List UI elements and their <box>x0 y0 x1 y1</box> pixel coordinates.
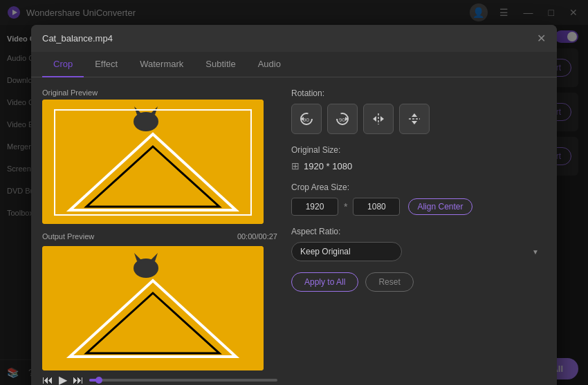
original-size-value: 1920 * 1080 <box>304 161 352 171</box>
tab-subtitle[interactable]: Subtitle <box>194 52 246 77</box>
svg-point-19 <box>134 259 158 278</box>
rotate-right-btn[interactable]: 90 <box>327 104 358 134</box>
select-arrow-icon: ▼ <box>532 248 539 256</box>
original-size-group: Original Size: ⊞ 1920 * 1080 <box>291 145 546 171</box>
playback-controls: ⏮ ▶ ⏭ <box>42 370 277 385</box>
aspect-ratio-group: Aspect Ratio: Keep Original 16:9 4:3 1:1… <box>291 227 546 261</box>
original-preview-label: Original Preview <box>42 88 277 97</box>
modal-body: Original Preview <box>31 77 557 385</box>
modal-header: Cat_balance.mp4 ✕ <box>31 25 557 52</box>
apply-to-all-button[interactable]: Apply to All <box>291 272 358 292</box>
aspect-ratio-wrapper: Keep Original 16:9 4:3 1:1 9:16 ▼ <box>291 242 546 261</box>
modal-close-button[interactable]: ✕ <box>537 32 546 45</box>
original-size-label: Original Size: <box>291 145 546 155</box>
controls-section: Rotation: 90 90 <box>291 88 546 385</box>
rotation-label: Rotation: <box>291 88 546 98</box>
original-preview-box <box>42 100 264 224</box>
tab-audio[interactable]: Audio <box>247 52 292 77</box>
progress-thumb <box>95 377 102 384</box>
output-preview-container: Output Preview 00:00/00:27 <box>42 232 277 385</box>
skip-forward-btn[interactable]: ⏭ <box>73 374 84 386</box>
flip-vertical-btn[interactable] <box>399 104 430 134</box>
rotation-buttons: 90 90 <box>291 104 546 134</box>
tab-effect[interactable]: Effect <box>84 52 129 77</box>
output-time: 00:00/00:27 <box>237 232 277 241</box>
align-center-button[interactable]: Align Center <box>408 198 472 215</box>
size-display: ⊞ 1920 * 1080 <box>291 160 546 171</box>
size-icon: ⊞ <box>291 160 300 171</box>
rotation-group: Rotation: 90 90 <box>291 88 546 134</box>
svg-text:90: 90 <box>339 117 345 123</box>
svg-text:90: 90 <box>303 117 309 123</box>
flip-horizontal-btn[interactable] <box>363 104 394 134</box>
modal-title: Cat_balance.mp4 <box>42 33 113 44</box>
play-btn[interactable]: ▶ <box>59 373 67 385</box>
svg-marker-32 <box>380 116 384 122</box>
svg-point-12 <box>134 112 158 131</box>
original-preview-container: Original Preview <box>42 88 277 224</box>
crop-area-label: Crop Area Size: <box>291 182 546 192</box>
aspect-ratio-select[interactable]: Keep Original 16:9 4:3 1:1 9:16 <box>291 242 402 261</box>
svg-marker-31 <box>373 116 376 122</box>
rotate-left-btn[interactable]: 90 <box>291 104 322 134</box>
crop-area-row: * Align Center <box>291 198 546 216</box>
crop-width-input[interactable] <box>291 198 338 216</box>
crop-modal: Cat_balance.mp4 ✕ Crop Effect Watermark … <box>31 25 557 385</box>
modal-tabs: Crop Effect Watermark Subtitle Audio <box>31 52 557 77</box>
tab-crop[interactable]: Crop <box>42 52 84 77</box>
svg-marker-35 <box>412 121 417 124</box>
preview-section: Original Preview <box>42 88 277 385</box>
skip-back-btn[interactable]: ⏮ <box>42 374 53 386</box>
aspect-ratio-label: Aspect Ratio: <box>291 227 546 236</box>
output-preview-label: Output Preview <box>42 232 94 241</box>
progress-bar[interactable] <box>89 379 277 382</box>
crop-height-input[interactable] <box>353 198 400 216</box>
output-preview-box <box>42 246 264 370</box>
svg-marker-34 <box>412 113 417 117</box>
tab-watermark[interactable]: Watermark <box>129 52 194 77</box>
crop-area-group: Crop Area Size: * Align Center <box>291 182 546 216</box>
modal-overlay: Cat_balance.mp4 ✕ Crop Effect Watermark … <box>0 0 588 385</box>
action-buttons: Apply to All Reset <box>291 272 546 292</box>
reset-button[interactable]: Reset <box>365 272 413 292</box>
crop-separator: * <box>344 201 347 212</box>
